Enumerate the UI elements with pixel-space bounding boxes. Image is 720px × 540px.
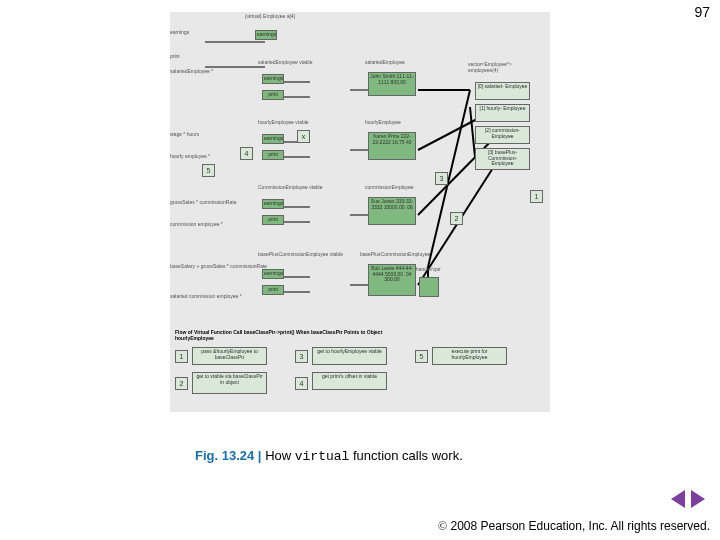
copyright-symbol: © <box>438 519 447 533</box>
vector-label: vector<Employee*> employees(4) <box>468 62 538 73</box>
left-label-salaried: salariedEmployee * <box>170 69 213 75</box>
right-num-2: 2 <box>450 212 463 225</box>
caption-pre: How <box>265 448 295 463</box>
baseplus-earnings: earnings <box>262 269 284 279</box>
handle-label: handle/vptr <box>416 267 441 273</box>
vtable3-label: CommissionEmployee vtable <box>258 185 322 191</box>
obj2-box: Karen Price 222-22-2222 16.75 40 <box>368 132 416 160</box>
flow-box-1: pass &hourlyEmployee to baseClassPtr <box>192 347 267 365</box>
flow-box-2: get to vtable via baseClassPtr in object <box>192 372 267 394</box>
fig-number: Fig. 13.24 <box>195 448 254 463</box>
commission-print: print <box>262 215 284 225</box>
handle-box <box>419 277 439 297</box>
left-label-gross: grossSales * commissionRate <box>170 200 236 206</box>
vector-2: [2] commission- Employee <box>475 126 530 144</box>
vtable2-label: hourlyEmployee vtable <box>258 120 309 126</box>
slide-nav <box>670 490 706 512</box>
caption-keyword: virtual <box>295 449 350 464</box>
left-label-hourly: hourly employee * <box>170 154 210 160</box>
diagram-figure: {virtual} Employee a[4] ear <box>170 12 550 412</box>
obj3-title: commissionEmployee <box>365 185 414 191</box>
obj2-title: hourlyEmployee <box>365 120 401 126</box>
hourly-earnings: earnings <box>262 134 284 144</box>
svg-line-16 <box>418 132 500 215</box>
left-label-base: baseSalary + grossSales * commissionRate <box>170 264 267 270</box>
hourly-print: print <box>262 150 284 160</box>
obj4-title: basePlusCommissionEmployee <box>360 252 430 258</box>
obj1-box: John Smith 111-11-1111 800,00 <box>368 72 416 96</box>
flow-box-5: execute print for hourlyEmployee <box>432 347 507 365</box>
flow-box-4: get print's offset in vtable <box>312 372 387 390</box>
baseplus-print: print <box>262 285 284 295</box>
obj4-box: Bob Lewis 444-44-4444 5000.00 .04 300.00 <box>368 264 416 296</box>
vtable4-label: basePlusCommissionEmployee vtable <box>258 252 343 258</box>
flow-num-4: 4 <box>295 377 308 390</box>
obj3-box: Sue Jones 333-33-3333 10000.00 .06 <box>368 197 416 225</box>
vector-1: [1] hourly- Employee <box>475 104 530 122</box>
flow-num-2: 2 <box>175 377 188 390</box>
obj1-title: salariedEmployee <box>365 60 405 66</box>
right-num-1: 1 <box>530 190 543 203</box>
flow-title: Flow of Virtual Function Call baseClassP… <box>175 330 415 341</box>
header-label: {virtual} Employee a[4] <box>240 14 300 20</box>
page-number: 97 <box>694 4 710 20</box>
vtable1-label: salariedEmployee vtable <box>258 60 312 66</box>
left-label-salcomm: salaried commission employee * <box>170 294 242 300</box>
salaried-earnings: earnings <box>262 74 284 84</box>
vector-0: [0] salaried- Employee <box>475 82 530 100</box>
commission-earnings: earnings <box>262 199 284 209</box>
step-x: x <box>297 130 310 143</box>
caption-post: function calls work. <box>349 448 462 463</box>
abstract-earnings: earnings <box>255 30 277 40</box>
vector-3: [3] basePlus- Commission- Employee <box>475 148 530 170</box>
left-label-wage: wage * hours <box>170 132 199 138</box>
step-5: 5 <box>202 164 215 177</box>
flow-num-3: 3 <box>295 350 308 363</box>
next-slide-icon[interactable] <box>691 490 705 508</box>
left-label-comm: commission employee * <box>170 222 223 228</box>
flow-num-5: 5 <box>415 350 428 363</box>
flow-num-1: 1 <box>175 350 188 363</box>
right-num-3: 3 <box>435 172 448 185</box>
salaried-print: print <box>262 90 284 100</box>
flow-box-3: get to hourlyEmployee vtable <box>312 347 387 365</box>
copyright-footer: © 2008 Pearson Education, Inc. All right… <box>0 519 720 534</box>
prev-slide-icon[interactable] <box>671 490 685 508</box>
left-label-earnings: earnings <box>170 30 189 36</box>
caption-separator: | <box>254 448 265 463</box>
left-label-print: print <box>170 54 180 60</box>
figure-caption: Fig. 13.24 | How virtual function calls … <box>195 448 463 464</box>
copyright-text: 2008 Pearson Education, Inc. All rights … <box>447 519 710 533</box>
step-4: 4 <box>240 147 253 160</box>
